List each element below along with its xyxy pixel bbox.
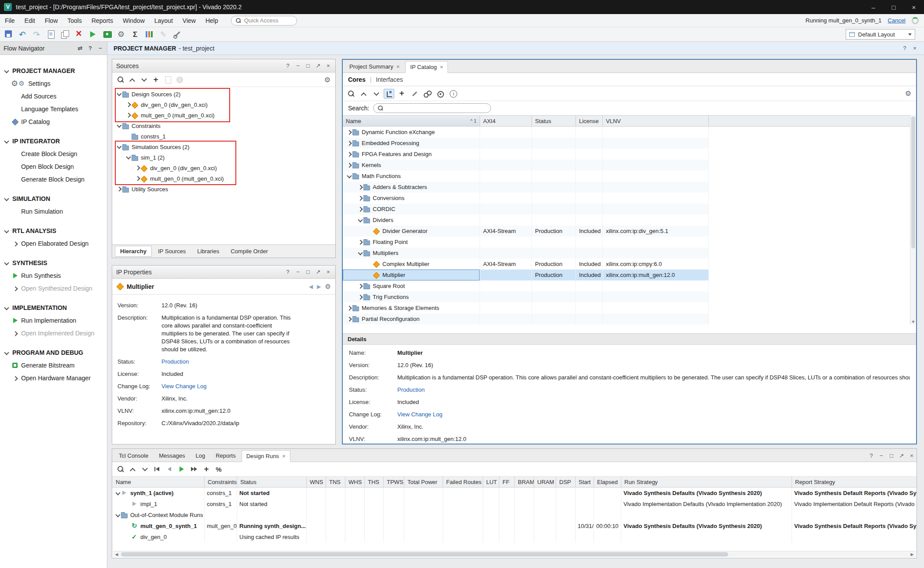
minimize-icon[interactable]: −	[97, 45, 103, 51]
maximize-icon[interactable]: ↗	[315, 63, 321, 69]
next-icon[interactable]: ▶	[317, 284, 321, 290]
minimize-icon[interactable]: −	[878, 453, 884, 459]
tree-row[interactable]: div_gen_0 (div_gen_0.xci)	[112, 99, 335, 110]
tree-twisty-icon[interactable]	[116, 186, 122, 192]
column-header[interactable]: THS	[365, 477, 384, 487]
tree-twisty-icon[interactable]	[357, 239, 363, 245]
tree-twisty-icon[interactable]	[357, 294, 363, 300]
flow-navigator-entry[interactable]: Settings	[0, 77, 107, 90]
tree-row[interactable]: mult_gen_0 (mult_gen_0.xci)	[112, 110, 335, 120]
menu-item[interactable]: Reports	[87, 14, 118, 27]
column-header[interactable]: Status	[237, 477, 307, 487]
maximize-icon[interactable]: ↗	[898, 453, 905, 459]
tree-twisty-icon[interactable]	[134, 175, 140, 182]
tree-twisty-icon[interactable]	[346, 151, 352, 157]
menu-item[interactable]: Window	[118, 14, 150, 27]
tree-twisty-icon[interactable]	[125, 102, 131, 108]
flow-navigator-entry[interactable]: Run Simulation	[0, 205, 107, 218]
info-icon[interactable]	[447, 89, 458, 98]
back-icon[interactable]	[164, 464, 175, 474]
maximize-icon[interactable]: ↗	[315, 269, 321, 275]
tree-twisty-icon[interactable]	[116, 123, 122, 129]
flow-navigator-entry[interactable]: PROGRAM AND DEBUG	[0, 346, 107, 359]
sum-icon[interactable]	[129, 29, 141, 40]
ip-catalog-row[interactable]: Partial Reconfiguration	[343, 313, 709, 324]
tree-twisty-icon[interactable]	[346, 129, 352, 135]
skip-first-icon[interactable]	[152, 464, 162, 474]
ip-catalog-row[interactable]: Divider Generator AXI4-Stream Production…	[343, 226, 709, 237]
column-header-license[interactable]: License	[576, 116, 603, 126]
close-icon[interactable]: ×	[325, 269, 331, 275]
chevron-icon[interactable]	[3, 228, 9, 234]
tree-row[interactable]: sim_1 (2)	[112, 152, 335, 163]
chevron-icon[interactable]	[12, 375, 18, 382]
cancel-link[interactable]: Cancel	[888, 17, 906, 24]
ip-catalog-row[interactable]: Complex Multiplier AXI4-Stream Productio…	[343, 259, 709, 269]
scrollbar-thumb[interactable]	[911, 117, 915, 248]
ip-catalog-row[interactable]: Trig Functions	[343, 291, 709, 302]
flow-navigator-entry[interactable]: Open Implemented Design	[0, 327, 107, 339]
sources-tab[interactable]: Libraries	[192, 246, 224, 257]
tree-twisty-icon[interactable]	[357, 250, 363, 256]
column-header-name[interactable]: Name ^ 1	[343, 116, 480, 126]
document-tab[interactable]: Project Summary	[345, 61, 404, 73]
column-header[interactable]: LUT	[483, 477, 499, 487]
flow-navigator-entry[interactable]: Open Block Design	[0, 160, 107, 173]
flow-navigator-entry[interactable]: IP INTEGRATOR	[0, 135, 107, 147]
gear-icon[interactable]	[115, 29, 127, 40]
menu-item[interactable]: View	[178, 14, 201, 27]
tree-twisty-icon[interactable]	[116, 144, 122, 150]
report-icon[interactable]	[45, 29, 56, 40]
forward-icon[interactable]	[189, 464, 199, 474]
scroll-right-icon[interactable]: ▶	[909, 552, 916, 557]
horizontal-scrollbar[interactable]: ◀ ▶	[113, 551, 916, 557]
ip-catalog-row[interactable]: Square Root	[343, 280, 709, 291]
ip-catalog-row[interactable]: Math Functions	[343, 171, 709, 182]
search-input[interactable]	[373, 103, 491, 113]
scrollbar-thumb[interactable]	[121, 552, 728, 557]
help-icon[interactable]: ?	[285, 269, 291, 275]
bottom-tab[interactable]: Log	[191, 450, 210, 462]
column-header[interactable]: Total Power	[404, 477, 443, 487]
ip-catalog-row[interactable]: Multipliers	[343, 248, 709, 259]
hierarchy-icon[interactable]	[384, 89, 394, 98]
flow-navigator-entry[interactable]: IP Catalog	[0, 115, 107, 128]
flow-navigator-entry[interactable]: SYNTHESIS	[0, 256, 107, 269]
column-header-axi4[interactable]: AXI4	[480, 116, 532, 126]
ip-catalog-row[interactable]: Conversions	[343, 193, 709, 204]
close-icon[interactable]: ×	[912, 45, 918, 51]
badge-zero-icon[interactable]: 0	[174, 75, 185, 84]
menu-item[interactable]: Flow	[40, 14, 63, 27]
design-run-row[interactable]: synth_1 (active) constrs_1 Not started V…	[112, 488, 917, 499]
vertical-scrollbar[interactable]: ▼	[910, 115, 916, 324]
chevron-icon[interactable]	[12, 331, 18, 337]
bottom-tab[interactable]: Design Runs	[242, 450, 290, 462]
column-header[interactable]: FF	[499, 477, 515, 487]
collapse-all-icon[interactable]	[127, 464, 138, 474]
ip-catalog-row[interactable]: Memories & Storage Elements	[343, 302, 709, 313]
settings-gear-icon[interactable]	[903, 89, 913, 98]
run-icon[interactable]	[87, 29, 99, 40]
expand-all-icon[interactable]	[139, 75, 149, 84]
tree-twisty-icon[interactable]	[114, 512, 121, 518]
tree-row[interactable]: Design Sources (2)	[112, 89, 335, 99]
close-icon[interactable]: ×	[904, 0, 924, 14]
add-icon[interactable]	[396, 89, 407, 98]
tree-row[interactable]: div_gen_0 (div_gen_0.xci)	[112, 163, 335, 173]
help-icon[interactable]: ?	[285, 63, 291, 69]
ip-catalog-row[interactable]: CORDIC	[343, 204, 709, 215]
scroll-down-icon[interactable]: ▼	[910, 320, 916, 324]
tree-twisty-icon[interactable]	[346, 305, 352, 311]
wrench-icon[interactable]	[409, 89, 420, 98]
subtab-interfaces[interactable]: Interfaces	[376, 76, 403, 83]
tree-twisty-icon[interactable]	[357, 206, 363, 212]
column-header[interactable]: Elapsed	[594, 477, 621, 487]
minimize-icon[interactable]: −	[295, 63, 301, 69]
menu-item[interactable]: Help	[201, 14, 223, 27]
sources-tab[interactable]: IP Sources	[153, 246, 191, 257]
maximize-icon[interactable]: □	[884, 0, 904, 14]
ip-catalog-row[interactable]: Embedded Processing	[343, 138, 709, 149]
run-green-icon[interactable]	[176, 464, 187, 474]
flow-navigator-entry[interactable]: Open Hardware Manager	[0, 371, 107, 384]
ip-catalog-row[interactable]: Dynamic Function eXchange	[343, 127, 709, 138]
